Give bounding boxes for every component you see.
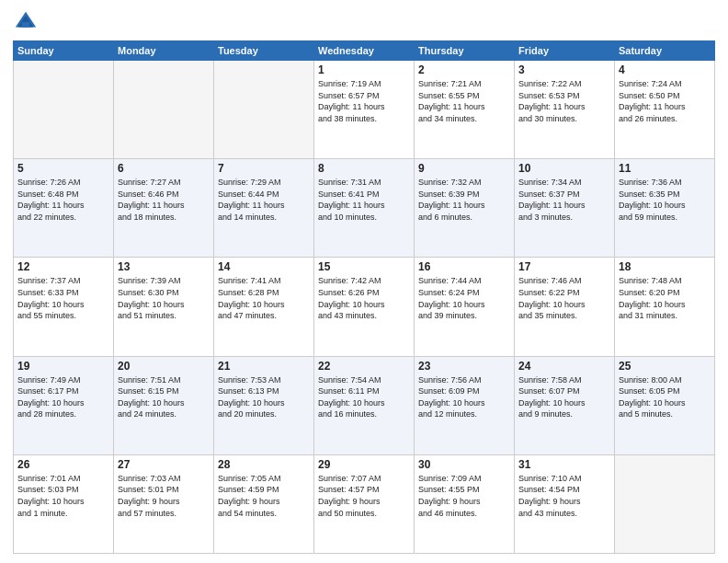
calendar-cell: 7Sunrise: 7:29 AM Sunset: 6:44 PM Daylig…	[214, 159, 314, 258]
day-info: Sunrise: 7:10 AM Sunset: 4:54 PM Dayligh…	[518, 473, 610, 519]
calendar-cell: 13Sunrise: 7:39 AM Sunset: 6:30 PM Dayli…	[114, 258, 214, 356]
calendar-cell: 27Sunrise: 7:03 AM Sunset: 5:01 PM Dayli…	[114, 454, 214, 553]
calendar-cell: 30Sunrise: 7:09 AM Sunset: 4:55 PM Dayli…	[415, 454, 515, 553]
day-info: Sunrise: 7:49 AM Sunset: 6:17 PM Dayligh…	[17, 374, 109, 420]
day-info: Sunrise: 7:31 AM Sunset: 6:41 PM Dayligh…	[318, 177, 410, 223]
day-number: 23	[418, 360, 510, 373]
page: SundayMondayTuesdayWednesdayThursdayFrid…	[0, 0, 728, 563]
weekday-header-wednesday: Wednesday	[314, 41, 415, 61]
calendar-cell: 6Sunrise: 7:27 AM Sunset: 6:46 PM Daylig…	[114, 159, 214, 258]
day-number: 13	[118, 260, 210, 273]
calendar-cell: 5Sunrise: 7:26 AM Sunset: 6:48 PM Daylig…	[14, 159, 114, 258]
calendar-cell: 20Sunrise: 7:51 AM Sunset: 6:15 PM Dayli…	[114, 356, 214, 454]
calendar-cell: 8Sunrise: 7:31 AM Sunset: 6:41 PM Daylig…	[314, 159, 415, 258]
day-number: 14	[218, 260, 310, 273]
day-info: Sunrise: 7:53 AM Sunset: 6:13 PM Dayligh…	[218, 374, 310, 420]
day-info: Sunrise: 7:32 AM Sunset: 6:39 PM Dayligh…	[418, 177, 510, 223]
weekday-header-row: SundayMondayTuesdayWednesdayThursdayFrid…	[14, 41, 715, 61]
day-number: 7	[218, 162, 310, 175]
day-info: Sunrise: 7:07 AM Sunset: 4:57 PM Dayligh…	[318, 473, 410, 519]
day-number: 4	[619, 63, 711, 76]
week-row-2: 5Sunrise: 7:26 AM Sunset: 6:48 PM Daylig…	[14, 159, 715, 258]
day-number: 24	[518, 360, 610, 373]
day-number: 11	[619, 162, 711, 175]
calendar-cell: 1Sunrise: 7:19 AM Sunset: 6:57 PM Daylig…	[314, 61, 415, 159]
day-info: Sunrise: 7:03 AM Sunset: 5:01 PM Dayligh…	[118, 473, 210, 519]
calendar-cell: 9Sunrise: 7:32 AM Sunset: 6:39 PM Daylig…	[415, 159, 515, 258]
calendar-cell: 14Sunrise: 7:41 AM Sunset: 6:28 PM Dayli…	[214, 258, 314, 356]
day-info: Sunrise: 7:37 AM Sunset: 6:33 PM Dayligh…	[17, 275, 109, 321]
day-info: Sunrise: 7:58 AM Sunset: 6:07 PM Dayligh…	[518, 374, 610, 420]
calendar-cell	[214, 61, 314, 159]
weekday-header-tuesday: Tuesday	[214, 41, 314, 61]
calendar-cell: 25Sunrise: 8:00 AM Sunset: 6:05 PM Dayli…	[615, 356, 715, 454]
calendar-cell	[615, 454, 715, 553]
calendar-cell: 18Sunrise: 7:48 AM Sunset: 6:20 PM Dayli…	[615, 258, 715, 356]
calendar-cell	[14, 61, 114, 159]
weekday-header-saturday: Saturday	[615, 41, 715, 61]
calendar-cell: 21Sunrise: 7:53 AM Sunset: 6:13 PM Dayli…	[214, 356, 314, 454]
calendar-cell: 12Sunrise: 7:37 AM Sunset: 6:33 PM Dayli…	[14, 258, 114, 356]
day-number: 20	[118, 360, 210, 373]
day-number: 26	[17, 458, 109, 471]
day-info: Sunrise: 7:05 AM Sunset: 4:59 PM Dayligh…	[218, 473, 310, 519]
day-number: 27	[118, 458, 210, 471]
calendar-cell: 28Sunrise: 7:05 AM Sunset: 4:59 PM Dayli…	[214, 454, 314, 553]
day-number: 3	[518, 63, 610, 76]
day-info: Sunrise: 7:51 AM Sunset: 6:15 PM Dayligh…	[118, 374, 210, 420]
day-info: Sunrise: 7:19 AM Sunset: 6:57 PM Dayligh…	[318, 78, 410, 124]
day-number: 19	[17, 360, 109, 373]
week-row-5: 26Sunrise: 7:01 AM Sunset: 5:03 PM Dayli…	[14, 454, 715, 553]
day-number: 6	[118, 162, 210, 175]
day-info: Sunrise: 7:09 AM Sunset: 4:55 PM Dayligh…	[418, 473, 510, 519]
calendar-table: SundayMondayTuesdayWednesdayThursdayFrid…	[13, 40, 715, 554]
calendar-cell: 23Sunrise: 7:56 AM Sunset: 6:09 PM Dayli…	[415, 356, 515, 454]
day-number: 17	[518, 260, 610, 273]
day-info: Sunrise: 7:39 AM Sunset: 6:30 PM Dayligh…	[118, 275, 210, 321]
weekday-header-monday: Monday	[114, 41, 214, 61]
day-info: Sunrise: 7:34 AM Sunset: 6:37 PM Dayligh…	[518, 177, 610, 223]
weekday-header-sunday: Sunday	[14, 41, 114, 61]
day-info: Sunrise: 7:56 AM Sunset: 6:09 PM Dayligh…	[418, 374, 510, 420]
header	[13, 9, 715, 35]
day-info: Sunrise: 8:00 AM Sunset: 6:05 PM Dayligh…	[619, 374, 711, 420]
day-info: Sunrise: 7:41 AM Sunset: 6:28 PM Dayligh…	[218, 275, 310, 321]
calendar-cell: 15Sunrise: 7:42 AM Sunset: 6:26 PM Dayli…	[314, 258, 415, 356]
weekday-header-thursday: Thursday	[415, 41, 515, 61]
calendar-cell: 17Sunrise: 7:46 AM Sunset: 6:22 PM Dayli…	[515, 258, 615, 356]
day-info: Sunrise: 7:24 AM Sunset: 6:50 PM Dayligh…	[619, 78, 711, 124]
calendar-cell: 31Sunrise: 7:10 AM Sunset: 4:54 PM Dayli…	[515, 454, 615, 553]
logo-icon	[13, 9, 39, 35]
day-number: 18	[619, 260, 711, 273]
weekday-header-friday: Friday	[515, 41, 615, 61]
day-number: 2	[418, 63, 510, 76]
day-number: 28	[218, 458, 310, 471]
day-number: 5	[17, 162, 109, 175]
day-info: Sunrise: 7:22 AM Sunset: 6:53 PM Dayligh…	[518, 78, 610, 124]
day-number: 8	[318, 162, 410, 175]
calendar-cell: 29Sunrise: 7:07 AM Sunset: 4:57 PM Dayli…	[314, 454, 415, 553]
day-number: 22	[318, 360, 410, 373]
day-number: 21	[218, 360, 310, 373]
day-number: 29	[318, 458, 410, 471]
day-number: 30	[418, 458, 510, 471]
day-info: Sunrise: 7:27 AM Sunset: 6:46 PM Dayligh…	[118, 177, 210, 223]
calendar-cell: 24Sunrise: 7:58 AM Sunset: 6:07 PM Dayli…	[515, 356, 615, 454]
day-number: 15	[318, 260, 410, 273]
calendar-cell: 4Sunrise: 7:24 AM Sunset: 6:50 PM Daylig…	[615, 61, 715, 159]
day-number: 1	[318, 63, 410, 76]
week-row-1: 1Sunrise: 7:19 AM Sunset: 6:57 PM Daylig…	[14, 61, 715, 159]
calendar-cell	[114, 61, 214, 159]
day-info: Sunrise: 7:54 AM Sunset: 6:11 PM Dayligh…	[318, 374, 410, 420]
day-info: Sunrise: 7:46 AM Sunset: 6:22 PM Dayligh…	[518, 275, 610, 321]
calendar-cell: 19Sunrise: 7:49 AM Sunset: 6:17 PM Dayli…	[14, 356, 114, 454]
logo	[13, 9, 40, 35]
day-info: Sunrise: 7:44 AM Sunset: 6:24 PM Dayligh…	[418, 275, 510, 321]
day-number: 16	[418, 260, 510, 273]
calendar-cell: 10Sunrise: 7:34 AM Sunset: 6:37 PM Dayli…	[515, 159, 615, 258]
day-info: Sunrise: 7:26 AM Sunset: 6:48 PM Dayligh…	[17, 177, 109, 223]
day-number: 10	[518, 162, 610, 175]
calendar-cell: 26Sunrise: 7:01 AM Sunset: 5:03 PM Dayli…	[14, 454, 114, 553]
calendar-cell: 11Sunrise: 7:36 AM Sunset: 6:35 PM Dayli…	[615, 159, 715, 258]
calendar-cell: 16Sunrise: 7:44 AM Sunset: 6:24 PM Dayli…	[415, 258, 515, 356]
